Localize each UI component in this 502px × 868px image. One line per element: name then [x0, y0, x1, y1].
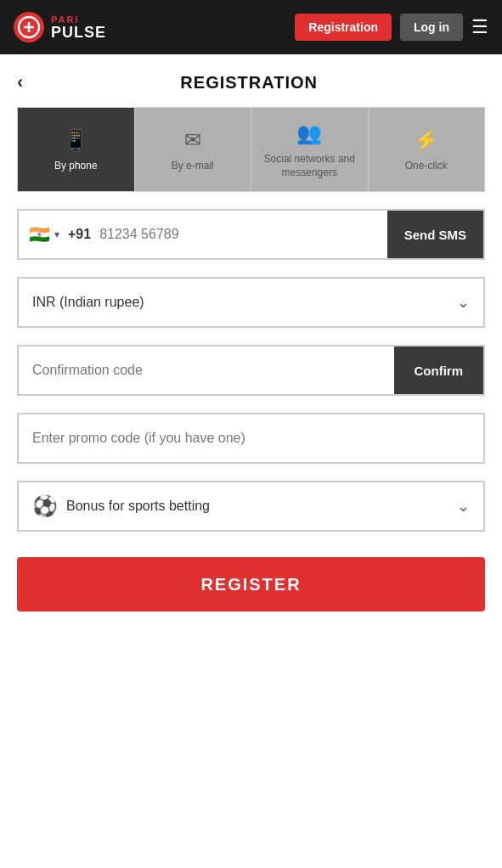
page-title: REGISTRATION	[31, 73, 485, 93]
logo: PARI PULSE	[14, 12, 106, 42]
promo-code-input[interactable]	[32, 431, 470, 446]
phone-tab-icon: 📱	[63, 127, 88, 153]
email-tab-icon: ✉	[184, 127, 201, 153]
one-click-tab-icon: ⚡	[414, 127, 439, 153]
country-code: +91	[68, 227, 91, 242]
registration-button[interactable]: Registration	[295, 14, 392, 41]
tab-social-label: Social networks and messengers	[257, 153, 363, 179]
hamburger-icon[interactable]: ☰	[471, 16, 488, 38]
tab-one-click[interactable]: ⚡ One-click	[369, 108, 485, 191]
logo-pulse: PULSE	[51, 25, 106, 40]
back-button[interactable]: ‹	[17, 71, 23, 93]
send-sms-button[interactable]: Send SMS	[387, 211, 483, 258]
phone-left: 🇮🇳 ▾ +91	[19, 211, 387, 258]
page-content: ‹ REGISTRATION 📱 By phone ✉ By e-mail 👥 …	[0, 54, 502, 868]
confirm-button[interactable]: Confirm	[394, 347, 484, 394]
phone-row: 🇮🇳 ▾ +91 Send SMS	[17, 209, 485, 260]
page-header: ‹ REGISTRATION	[17, 54, 485, 107]
registration-tabs: 📱 By phone ✉ By e-mail 👥 Social networks…	[17, 107, 485, 192]
currency-label: INR (Indian rupee)	[32, 295, 144, 310]
tab-one-click-label: One-click	[405, 160, 448, 173]
currency-dropdown[interactable]: INR (Indian rupee) ⌄	[17, 277, 485, 328]
tab-by-email[interactable]: ✉ By e-mail	[135, 108, 252, 191]
logo-pari: PARI	[51, 15, 106, 25]
logo-text: PARI PULSE	[51, 15, 106, 40]
bonus-label: Bonus for sports betting	[66, 499, 210, 514]
tab-social[interactable]: 👥 Social networks and messengers	[251, 108, 369, 191]
tab-by-phone-label: By phone	[54, 160, 98, 173]
logo-icon	[14, 12, 44, 42]
bonus-dropdown[interactable]: ⚽ Bonus for sports betting ⌄	[17, 481, 485, 532]
confirmation-row: Confirm	[17, 345, 485, 396]
soccer-icon: ⚽	[32, 494, 58, 518]
header: PARI PULSE Registration Log in ☰	[0, 0, 502, 54]
social-tab-icon: 👥	[296, 120, 322, 146]
bonus-chevron-icon: ⌄	[457, 497, 470, 516]
country-dropdown-icon[interactable]: ▾	[54, 228, 59, 240]
tab-by-email-label: By e-mail	[172, 160, 214, 173]
login-button[interactable]: Log in	[400, 14, 463, 41]
country-flag: 🇮🇳	[27, 223, 51, 246]
register-button[interactable]: REGISTER	[17, 557, 485, 612]
phone-input[interactable]	[99, 227, 379, 242]
header-right: Registration Log in ☰	[295, 14, 488, 41]
currency-chevron-icon: ⌄	[457, 293, 470, 312]
bonus-left: ⚽ Bonus for sports betting	[32, 494, 210, 518]
tab-by-phone[interactable]: 📱 By phone	[18, 108, 135, 191]
confirmation-code-input[interactable]	[19, 347, 394, 394]
promo-row	[17, 413, 485, 464]
